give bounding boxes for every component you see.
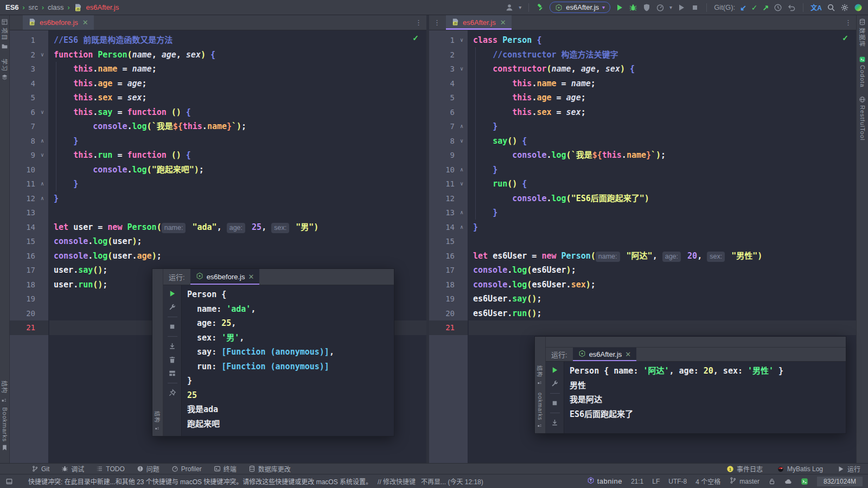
window-icon[interactable]: [5, 478, 13, 485]
shield-icon[interactable]: [642, 3, 651, 12]
user-icon[interactable]: [505, 3, 514, 12]
git-commit-icon[interactable]: ✓: [751, 3, 758, 12]
close-icon[interactable]: ✕: [248, 273, 254, 281]
toolwindow-button-ookmarks[interactable]: ookmarks: [537, 393, 543, 428]
run-tab-es6before[interactable]: es6before.js ✕: [190, 269, 260, 285]
breadcrumb-file[interactable]: es6After.js: [86, 3, 119, 11]
profiler-icon[interactable]: [656, 3, 665, 12]
line-number[interactable]: 13: [10, 206, 48, 220]
line-number[interactable]: 16: [429, 249, 468, 264]
toolwindow-button-MyBatis Log[interactable]: MyBatis Log: [777, 465, 823, 473]
line-separator[interactable]: LF: [652, 478, 660, 485]
line-number[interactable]: 9∨: [10, 148, 48, 163]
code-line[interactable]: //ES6 前既是构造函数又是方法: [49, 33, 426, 48]
clock-icon[interactable]: [774, 3, 782, 12]
line-number[interactable]: 14∧: [429, 220, 468, 235]
memory-indicator[interactable]: 832/1024M: [817, 477, 863, 486]
code-line[interactable]: }: [469, 206, 856, 220]
fix-shortcut-link[interactable]: // 修改快捷键: [378, 477, 416, 486]
fold-marker-icon[interactable]: ∧: [458, 163, 465, 177]
line-number[interactable]: 13∧: [429, 206, 468, 220]
chevron-down-icon[interactable]: ▾: [519, 4, 521, 10]
tab-es6before[interactable]: JS es6before.js ✕: [23, 15, 94, 30]
code-line[interactable]: this.name = name;: [49, 62, 426, 76]
code-line[interactable]: console.log(user);: [49, 234, 426, 249]
line-number[interactable]: 2: [429, 48, 468, 62]
code-line[interactable]: this.sex = sex;: [469, 105, 856, 120]
hammer-icon[interactable]: [536, 3, 545, 12]
toolwindow-button-结构[interactable]: 结构: [536, 365, 544, 385]
terminal-status-icon[interactable]: [801, 478, 808, 485]
close-icon[interactable]: ✕: [500, 18, 506, 27]
fold-marker-icon[interactable]: ∨: [458, 33, 465, 48]
code-line[interactable]: console.log(es6User.sex);: [469, 278, 856, 292]
code-line[interactable]: es6User.say();: [469, 292, 856, 306]
line-number[interactable]: 3∨: [429, 62, 468, 76]
toolwindow-button-数据库更改[interactable]: 数据库更改: [248, 464, 291, 473]
line-number[interactable]: 20: [10, 306, 48, 321]
chevron-down-icon[interactable]: ▾: [669, 4, 672, 10]
line-number[interactable]: 21: [10, 320, 48, 335]
code-line[interactable]: }: [49, 134, 426, 149]
code-line[interactable]: console.log(`我是${this.name}`);: [49, 119, 426, 134]
scrolldown-icon[interactable]: [168, 342, 176, 350]
line-number[interactable]: 8∨: [429, 134, 468, 149]
close-icon[interactable]: ✕: [82, 18, 88, 27]
code-line[interactable]: }: [49, 177, 426, 191]
code-line[interactable]: }: [49, 191, 426, 206]
run-configuration-select[interactable]: es6After.js▾: [550, 2, 610, 13]
toolwindow-button-Codota[interactable]: Codota: [859, 56, 866, 87]
line-number[interactable]: 1∨: [429, 33, 468, 48]
git-branch[interactable]: master: [729, 477, 760, 486]
line-number[interactable]: 9: [429, 148, 468, 163]
git-push-icon[interactable]: ↗: [763, 3, 769, 12]
code-line[interactable]: say() {: [469, 134, 856, 149]
line-number[interactable]: 5: [10, 91, 48, 105]
line-number[interactable]: 10: [10, 163, 48, 177]
bug-icon[interactable]: [629, 3, 637, 12]
code-line[interactable]: }: [469, 163, 856, 177]
play-icon[interactable]: [168, 290, 176, 298]
left-gutter[interactable]: 12∨3456∨78∧9∨1011∧12∧131415161718192021: [10, 30, 49, 463]
play-icon[interactable]: [615, 3, 624, 12]
line-number[interactable]: 4: [429, 76, 468, 91]
fold-marker-icon[interactable]: ∨: [39, 148, 46, 163]
tab-es6after[interactable]: JS es6After.js ✕: [446, 15, 512, 30]
line-number[interactable]: 14: [10, 220, 48, 235]
line-number[interactable]: 17: [429, 263, 468, 278]
fold-marker-icon[interactable]: ∧: [458, 220, 465, 235]
line-number[interactable]: 8∧: [10, 134, 48, 149]
code-line[interactable]: }: [469, 119, 856, 134]
line-number[interactable]: 3: [10, 62, 48, 76]
ball-icon[interactable]: [854, 3, 863, 12]
fold-marker-icon[interactable]: ∨: [458, 62, 465, 76]
line-number[interactable]: 6∨: [10, 105, 48, 120]
code-line[interactable]: }: [469, 220, 856, 235]
wrench-icon[interactable]: [551, 380, 559, 388]
line-number[interactable]: 7: [10, 119, 48, 134]
toolwindow-button-学习[interactable]: 学习: [1, 59, 9, 81]
fold-marker-icon[interactable]: ∨: [39, 48, 46, 62]
search-icon[interactable]: [827, 3, 835, 12]
toolwindow-button-TODO[interactable]: TODO: [96, 465, 124, 473]
code-line[interactable]: constructor(name, age, sex) {: [469, 62, 856, 76]
more-options-icon[interactable]: ⋮: [840, 18, 856, 27]
fold-marker-icon[interactable]: ∧: [458, 206, 465, 220]
close-icon[interactable]: ✕: [625, 350, 631, 358]
more-options-icon[interactable]: ⋮: [429, 18, 445, 27]
code-line[interactable]: //constructor 构造方法关键字: [469, 48, 856, 62]
code-line[interactable]: let es6User = new Person(name: "阿达", age…: [469, 249, 856, 264]
line-number[interactable]: 11∧: [10, 177, 48, 191]
run-tab-es6after[interactable]: es6After.js ✕: [573, 348, 637, 361]
pin-icon[interactable]: [168, 389, 176, 397]
stop-icon[interactable]: [168, 323, 176, 331]
fold-marker-icon[interactable]: ∧: [39, 177, 46, 191]
inspection-ok-icon[interactable]: ✓: [412, 34, 419, 42]
translate-icon[interactable]: 文A: [810, 3, 822, 12]
line-number[interactable]: 20: [429, 306, 468, 321]
line-number[interactable]: 12: [429, 191, 468, 206]
toolwindow-button-运行[interactable]: 运行: [837, 464, 860, 473]
code-line[interactable]: this.age = age;: [49, 76, 426, 91]
play-icon[interactable]: [551, 366, 559, 374]
breadcrumb-class[interactable]: class: [48, 3, 64, 11]
